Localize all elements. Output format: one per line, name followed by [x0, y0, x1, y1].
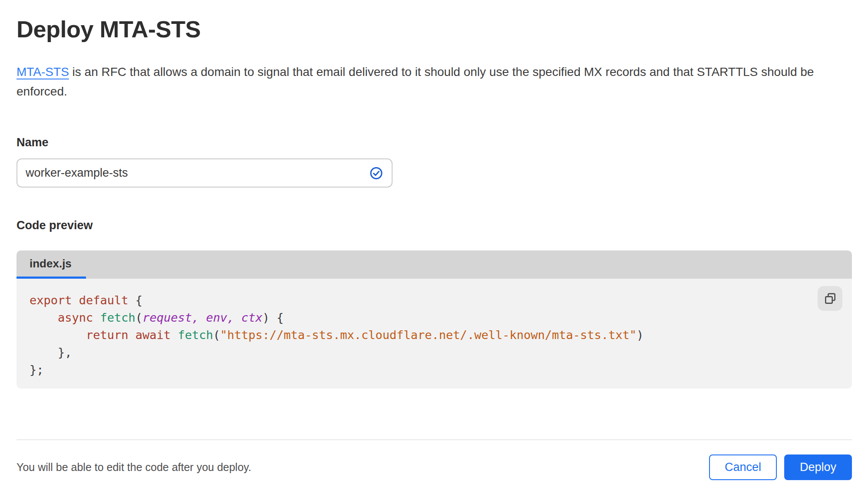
copy-button[interactable]: [818, 286, 842, 311]
code-area: export default { async fetch(request, en…: [17, 279, 852, 389]
footer-note: You will be able to edit the code after …: [17, 461, 251, 474]
code-tab-bar: index.js: [17, 250, 852, 279]
code-preview-label: Code preview: [17, 219, 852, 232]
name-input-wrap: [17, 158, 393, 188]
name-label: Name: [17, 136, 852, 149]
footer-divider: [17, 439, 852, 440]
code-preview-container: index.js export default { async fetch(re…: [17, 250, 852, 389]
tab-label: index.js: [30, 257, 72, 270]
mta-sts-link[interactable]: MTA-STS: [17, 65, 69, 79]
deploy-mta-sts-page: Deploy MTA-STS MTA-STS is an RFC that al…: [0, 16, 868, 480]
name-input[interactable]: [17, 158, 393, 188]
description-text: is an RFC that allows a domain to signal…: [17, 65, 814, 98]
footer: You will be able to edit the code after …: [17, 454, 852, 480]
cancel-button[interactable]: Cancel: [709, 454, 777, 480]
deploy-button[interactable]: Deploy: [784, 454, 852, 480]
footer-actions: Cancel Deploy: [709, 454, 852, 480]
check-circle-icon: [370, 167, 383, 179]
tab-index-js[interactable]: index.js: [17, 250, 86, 279]
copy-icon: [823, 292, 837, 306]
page-title: Deploy MTA-STS: [17, 16, 852, 43]
code-block: export default { async fetch(request, en…: [30, 292, 852, 379]
description: MTA-STS is an RFC that allows a domain t…: [17, 62, 837, 101]
